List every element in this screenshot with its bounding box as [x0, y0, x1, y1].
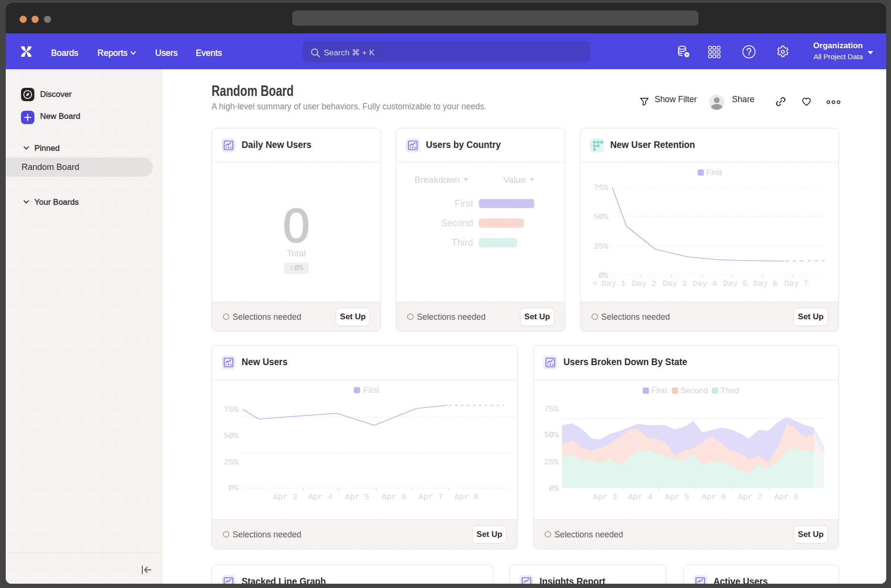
svg-text:Apr 4: Apr 4 [628, 493, 652, 502]
svg-text:Apr 6: Apr 6 [382, 493, 406, 502]
svg-text:Apr 5: Apr 5 [345, 493, 369, 502]
svg-text:Third: Third [721, 386, 739, 395]
svg-text:Day 7: Day 7 [784, 279, 808, 288]
svg-text:First: First [363, 386, 379, 395]
svg-text:5Ø%: 5Ø% [544, 430, 559, 440]
svg-text:First: First [706, 168, 722, 177]
svg-text:Second: Second [680, 386, 708, 395]
svg-text:Ø%: Ø% [229, 483, 239, 493]
svg-text:Ø%: Ø% [549, 484, 559, 493]
svg-text:First: First [651, 386, 667, 395]
svg-text:25%: 25% [223, 458, 238, 467]
svg-text:Apr 7: Apr 7 [418, 493, 443, 502]
svg-text:Apr 5: Apr 5 [665, 493, 689, 502]
svg-text:Day 1: Day 1 [601, 279, 626, 288]
svg-text:Apr 8: Apr 8 [454, 493, 478, 502]
svg-text:Day 3: Day 3 [662, 279, 687, 288]
svg-text:25%: 25% [544, 458, 559, 467]
svg-text:Day 2: Day 2 [632, 279, 656, 288]
svg-text:75%: 75% [223, 405, 238, 414]
svg-text:Apr 4: Apr 4 [308, 493, 332, 502]
svg-text:5Ø%: 5Ø% [594, 212, 608, 221]
svg-text:Apr 8: Apr 8 [774, 493, 798, 502]
svg-text:Apr 7: Apr 7 [738, 493, 762, 502]
svg-text:Day 4: Day 4 [692, 279, 717, 288]
svg-text:25%: 25% [594, 242, 608, 251]
svg-text:Day 5: Day 5 [723, 279, 747, 288]
svg-text:5Ø%: 5Ø% [223, 431, 238, 441]
svg-text:<: < [593, 279, 597, 288]
svg-text:Apr 3: Apr 3 [593, 493, 617, 502]
svg-text:Day 6: Day 6 [753, 279, 777, 288]
svg-text:75%: 75% [594, 183, 608, 192]
svg-text:75%: 75% [544, 405, 559, 414]
svg-text:Apr 6: Apr 6 [701, 493, 726, 502]
svg-text:Apr 3: Apr 3 [273, 493, 297, 502]
